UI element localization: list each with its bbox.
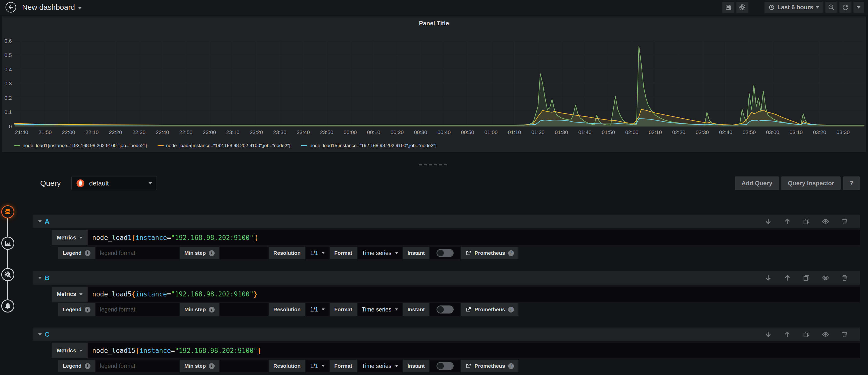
svg-text:0.4: 0.4 <box>4 67 12 72</box>
min-step-input[interactable] <box>220 360 268 372</box>
timeseries-chart[interactable]: 00.10.20.30.40.50.621:4021:5022:0022:102… <box>2 17 866 138</box>
datasource-link-chip[interactable]: Prometheus i <box>461 247 518 259</box>
legend-format-input[interactable] <box>96 303 179 316</box>
zoom-out-button[interactable] <box>825 2 837 13</box>
query-inspector-button[interactable]: Query Inspector <box>781 176 841 190</box>
svg-text:21:40: 21:40 <box>15 129 28 135</box>
query-header-b[interactable]: B <box>33 271 860 285</box>
instant-toggle[interactable] <box>430 303 460 316</box>
min-step-input[interactable] <box>220 303 268 316</box>
info-icon[interactable]: i <box>508 363 514 369</box>
svg-text:23:30: 23:30 <box>273 129 286 135</box>
info-icon[interactable]: i <box>209 363 215 369</box>
tab-queries[interactable] <box>1 205 14 218</box>
svg-text:00:00: 00:00 <box>344 129 357 135</box>
duplicate-query-icon[interactable] <box>803 217 810 225</box>
query-toolbar-actions: Add Query Query Inspector ? <box>735 176 860 190</box>
legend-item[interactable]: node_load1{instance="192.168.98.202:9100… <box>14 143 147 148</box>
svg-text:02:50: 02:50 <box>743 129 756 135</box>
format-dropdown[interactable]: Time series <box>358 360 402 372</box>
move-query-down-icon[interactable] <box>765 331 772 338</box>
disable-query-eye-icon[interactable] <box>822 274 829 282</box>
instant-toggle[interactable] <box>430 247 460 259</box>
move-query-down-icon[interactable] <box>765 217 772 225</box>
svg-text:22:00: 22:00 <box>62 129 75 135</box>
datasource-picker[interactable]: default <box>71 176 157 190</box>
help-button[interactable]: ? <box>843 176 860 190</box>
resolution-dropdown[interactable]: 1/1 <box>306 247 329 259</box>
info-icon[interactable]: i <box>508 250 514 256</box>
format-dropdown[interactable]: Time series <box>358 303 402 316</box>
delete-query-trash-icon[interactable] <box>841 274 848 282</box>
datasource-link-chip[interactable]: Prometheus i <box>461 303 518 316</box>
legend-label: Legend <box>63 250 82 256</box>
instant-toggle[interactable] <box>430 360 460 372</box>
resolution-dropdown[interactable]: 1/1 <box>306 360 329 372</box>
info-icon[interactable]: i <box>85 250 90 256</box>
collapse-icon[interactable] <box>38 333 42 336</box>
toggle-knob <box>437 363 444 369</box>
delete-query-trash-icon[interactable] <box>841 217 848 225</box>
disable-query-eye-icon[interactable] <box>822 331 829 338</box>
legend-format-input[interactable] <box>96 247 179 259</box>
move-query-down-icon[interactable] <box>765 274 772 282</box>
move-query-up-icon[interactable] <box>783 217 791 225</box>
disable-query-eye-icon[interactable] <box>822 217 829 225</box>
legend-series-label: node_load1{instance="192.168.98.202:9100… <box>23 143 147 148</box>
promql-editor[interactable]: node_load1{instance="192.168.98.202:9100… <box>88 230 860 245</box>
min-step-input[interactable] <box>220 247 268 259</box>
query-header-c[interactable]: C <box>33 328 860 341</box>
metrics-dropdown[interactable]: Metrics <box>52 287 88 302</box>
format-label: Format <box>334 306 352 312</box>
panel-resize-handle[interactable] <box>419 164 449 165</box>
svg-text:03:30: 03:30 <box>837 129 850 135</box>
info-icon[interactable]: i <box>85 363 90 369</box>
duplicate-query-icon[interactable] <box>803 331 810 338</box>
tab-alert[interactable] <box>1 300 14 312</box>
chevron-down-icon[interactable] <box>79 7 82 9</box>
duplicate-query-icon[interactable] <box>803 274 810 282</box>
format-dropdown[interactable]: Time series <box>358 247 402 259</box>
legend-item[interactable]: node_load15{instance="192.168.98.202:910… <box>301 143 437 148</box>
resolution-label-chip: Resolution <box>269 303 305 316</box>
info-icon[interactable]: i <box>85 307 90 312</box>
info-icon[interactable]: i <box>209 250 215 256</box>
promql-editor[interactable]: node_load5{instance="192.168.98.202:9100… <box>88 287 860 302</box>
query-options-row: Legendi Min stepi Resolution 1/1 Format … <box>58 360 860 372</box>
tab-visualization[interactable] <box>1 237 14 250</box>
info-icon[interactable]: i <box>209 307 215 312</box>
dashboard-title[interactable]: New dashboard <box>22 3 75 11</box>
info-icon[interactable]: i <box>508 307 514 312</box>
resolution-dropdown[interactable]: 1/1 <box>306 303 329 316</box>
add-query-button[interactable]: Add Query <box>735 176 779 190</box>
tab-general[interactable] <box>1 268 14 281</box>
refresh-button[interactable] <box>839 2 851 13</box>
legend-format-input[interactable] <box>96 360 179 372</box>
instant-label: Instant <box>408 250 425 256</box>
query-header-a[interactable]: A <box>33 215 860 228</box>
format-value: Time series <box>362 250 392 257</box>
delete-query-trash-icon[interactable] <box>841 331 848 338</box>
metrics-dropdown[interactable]: Metrics <box>52 230 88 245</box>
collapse-icon[interactable] <box>38 220 42 223</box>
refresh-interval-dropdown[interactable] <box>854 2 864 13</box>
promql-editor[interactable]: node_load15{instance="192.168.98.202:910… <box>88 343 860 358</box>
back-button[interactable] <box>5 2 16 12</box>
save-dashboard-button[interactable] <box>722 2 734 13</box>
time-range-picker[interactable]: Last 6 hours <box>765 2 823 13</box>
move-query-up-icon[interactable] <box>783 331 791 338</box>
metrics-label: Metrics <box>57 234 76 241</box>
move-query-up-icon[interactable] <box>783 274 791 282</box>
legend-item[interactable]: node_load5{instance="192.168.98.202:9100… <box>158 143 290 148</box>
chevron-down-icon <box>857 6 861 8</box>
metrics-dropdown[interactable]: Metrics <box>52 343 88 358</box>
resolution-label: Resolution <box>273 306 301 312</box>
metrics-row: Metrics node_load15{instance="192.168.98… <box>52 343 860 358</box>
toggle-track <box>436 362 454 370</box>
svg-text:23:50: 23:50 <box>320 129 334 135</box>
resolution-label-chip: Resolution <box>269 247 305 259</box>
datasource-link-label: Prometheus <box>474 363 505 369</box>
collapse-icon[interactable] <box>38 277 42 279</box>
dashboard-settings-button[interactable] <box>736 2 748 13</box>
datasource-link-chip[interactable]: Prometheus i <box>461 360 518 372</box>
